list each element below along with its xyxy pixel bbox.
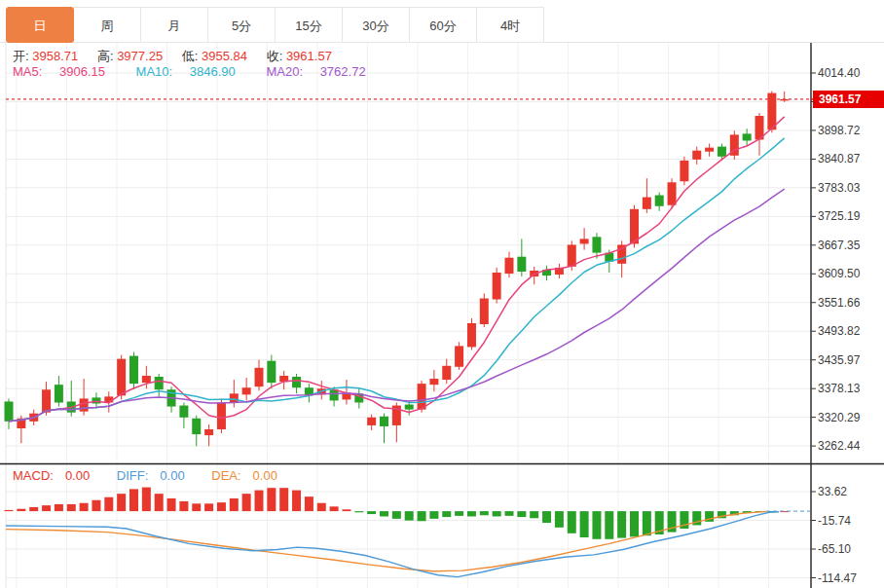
candle-body — [442, 366, 451, 380]
macd-bar — [255, 491, 264, 512]
macd-bar — [555, 511, 564, 528]
candle-body — [780, 99, 789, 100]
tab-30min[interactable]: 30分 — [342, 7, 410, 43]
macd-bar — [530, 511, 538, 518]
candle-body — [230, 393, 239, 402]
tab-15min[interactable]: 15分 — [275, 7, 343, 43]
macd-bar — [517, 511, 526, 517]
ma5-value: 3906.15 — [59, 64, 105, 79]
candle-body — [104, 396, 113, 402]
candle-body — [517, 257, 526, 272]
tab-4hour[interactable]: 4时 — [476, 7, 544, 43]
candle-body — [192, 419, 201, 434]
macd-bar — [267, 488, 276, 511]
dea-label: DEA: — [211, 468, 240, 483]
candle-body — [692, 151, 701, 160]
candle-body — [405, 405, 414, 410]
macd-bar — [179, 501, 188, 511]
price-axis-label: 3435.97 — [818, 353, 882, 367]
dea-value: 0.00 — [253, 468, 277, 483]
macd-label: MACD: — [13, 468, 54, 483]
macd-bar — [405, 511, 414, 521]
macd-bar — [380, 511, 388, 516]
macd-bar — [367, 511, 376, 514]
candle-body — [568, 244, 576, 266]
macd-bar — [455, 511, 463, 516]
macd-bar — [592, 511, 601, 539]
price-axis-label: 4014.40 — [818, 66, 882, 80]
diff-label: DIFF: — [117, 468, 149, 483]
macd-axis-label: 33.62 — [818, 485, 882, 498]
macd-bar — [42, 505, 51, 511]
close-label: 收: — [267, 49, 283, 63]
macd-bar — [568, 511, 576, 533]
tab-60min[interactable]: 60分 — [409, 7, 477, 43]
candle-body — [668, 182, 677, 204]
macd-bar — [204, 503, 213, 511]
macd-bar — [643, 511, 651, 535]
macd-bar — [617, 511, 626, 537]
ma20-label: MA20: — [266, 64, 303, 79]
macd-bar — [467, 511, 476, 516]
candle-body — [267, 361, 276, 383]
macd-bar — [104, 497, 113, 511]
candle-body — [204, 429, 213, 435]
macd-bar — [630, 511, 639, 536]
candle-body — [330, 389, 339, 400]
tab-month[interactable]: 月 — [140, 7, 208, 43]
macd-bar — [342, 509, 350, 511]
candle-body — [367, 418, 376, 425]
ma10-value: 3846.90 — [190, 64, 236, 79]
macd-bar — [129, 489, 138, 511]
candle-body — [217, 402, 226, 429]
macd-bar — [17, 509, 25, 511]
ma-info-row: MA5: 3906.15 MA10: 3846.90 MA20: 3762.72 — [13, 64, 393, 79]
candle-body — [418, 384, 426, 409]
candle-body — [718, 147, 726, 157]
price-macd-chart[interactable] — [0, 0, 884, 588]
diff-value: 0.00 — [160, 468, 184, 483]
macd-bar — [142, 488, 151, 512]
candle-body — [117, 359, 126, 396]
macd-bar — [493, 511, 501, 516]
candle-body — [255, 368, 264, 386]
candle-body — [680, 161, 688, 181]
price-axis-label: 3609.50 — [818, 267, 882, 280]
macd-bar — [80, 503, 89, 511]
candle-body — [55, 385, 63, 402]
macd-bar — [505, 511, 514, 516]
tab-day[interactable]: 日 — [6, 7, 74, 43]
candle-body — [92, 397, 100, 403]
candle-body — [592, 237, 601, 252]
macd-axis-label: -15.74 — [818, 514, 882, 528]
macd-bar — [418, 511, 426, 521]
macd-bar — [155, 494, 164, 511]
candle-body — [455, 346, 463, 366]
tab-week[interactable]: 周 — [73, 7, 141, 43]
macd-axis-label: -65.10 — [818, 542, 882, 556]
macd-bar — [354, 511, 363, 512]
macd-bar — [55, 504, 63, 511]
price-axis-label: 3262.44 — [818, 439, 882, 453]
macd-bar — [230, 498, 239, 511]
candle-body — [580, 239, 589, 243]
candle-body — [129, 356, 138, 385]
price-axis-label: 3378.13 — [818, 382, 882, 395]
macd-bar — [317, 503, 326, 511]
price-axis-label: 3667.35 — [818, 239, 882, 252]
current-price-badge: 3961.57 — [813, 91, 884, 108]
price-axis-label: 3898.72 — [818, 124, 882, 137]
candle-body — [767, 93, 776, 130]
macd-bar — [542, 511, 551, 523]
candle-body — [292, 377, 301, 387]
candle-body — [380, 417, 388, 426]
macd-bar — [29, 507, 38, 511]
macd-bar — [5, 510, 14, 511]
candle-body — [155, 377, 164, 389]
candle-body — [42, 389, 51, 412]
candle-body — [655, 196, 664, 206]
candle-body — [242, 387, 251, 394]
open-label: 开: — [13, 49, 29, 63]
candle-body — [467, 323, 476, 347]
tab-5min[interactable]: 5分 — [207, 7, 276, 43]
